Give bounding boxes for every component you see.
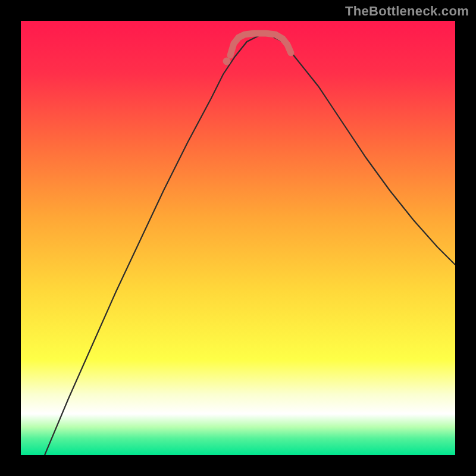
chart-curves (21, 21, 455, 455)
trough-dot (223, 58, 231, 65)
outer-frame: TheBottleneck.com (0, 0, 476, 476)
v-curve (45, 36, 455, 455)
watermark-text: TheBottleneck.com (345, 4, 469, 19)
plot-area (21, 21, 455, 455)
